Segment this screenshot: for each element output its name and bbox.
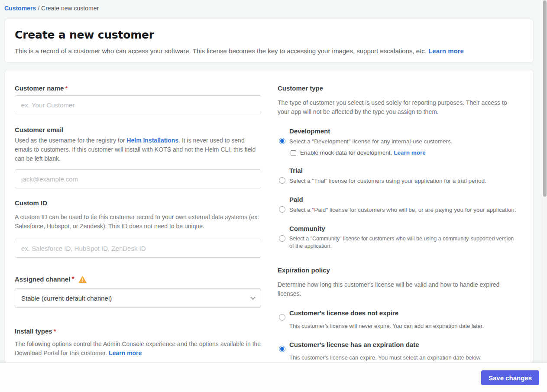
assigned-channel-select[interactable]: Stable (current default channel) bbox=[15, 288, 261, 308]
customer-type-heading: Customer type bbox=[278, 84, 518, 93]
expiration-policy-heading: Expiration policy bbox=[278, 266, 518, 275]
required-asterisk: * bbox=[54, 327, 56, 335]
no-expire-option-description: This customer's license will never expir… bbox=[289, 322, 518, 330]
customer-type-description: The type of customer you select is used … bbox=[278, 98, 518, 117]
mock-data-label: Enable mock data for development. Learn … bbox=[300, 149, 426, 157]
has-expiration-option-title: Customer's license has an expiration dat… bbox=[289, 340, 419, 349]
assigned-channel-select-wrap: Stable (current default channel) bbox=[15, 288, 261, 308]
customer-name-label-text: Customer name bbox=[15, 84, 64, 92]
assigned-channel-label-row: Assigned channel* bbox=[15, 275, 261, 284]
required-asterisk: * bbox=[65, 84, 68, 92]
page-title: Create a new customer bbox=[15, 29, 523, 42]
mock-data-row: Enable mock data for development. Learn … bbox=[291, 149, 518, 157]
expiration-option-has-date: Customer's license has an expiration dat… bbox=[278, 340, 518, 362]
page-header-card: Create a new customer This is a record o… bbox=[4, 19, 534, 63]
warning-icon bbox=[78, 276, 87, 283]
breadcrumb-current: Create new customer bbox=[41, 5, 99, 12]
customer-name-input[interactable] bbox=[15, 95, 261, 114]
helm-installations-link[interactable]: Helm Installations bbox=[126, 137, 178, 144]
development-option-description: Select a "Development" license for any i… bbox=[289, 138, 453, 146]
custom-id-input[interactable] bbox=[15, 239, 261, 258]
custom-id-label: Custom ID bbox=[15, 199, 261, 207]
customer-email-input[interactable] bbox=[15, 169, 261, 188]
scrollbar-track[interactable] bbox=[542, 0, 547, 363]
customer-type-option-trial: Trial Select a "Trial" license for custo… bbox=[278, 166, 518, 185]
paid-radio[interactable] bbox=[279, 206, 285, 213]
scrollbar-thumb[interactable] bbox=[543, 0, 547, 197]
install-types-learn-more-link[interactable]: Learn more bbox=[109, 350, 142, 356]
assigned-channel-label: Assigned channel bbox=[15, 275, 70, 284]
page-description: This is a record of a customer who can a… bbox=[15, 47, 523, 55]
paid-option-description: Select a "Paid" license for customers wh… bbox=[289, 206, 516, 214]
customer-type-option-community: Community Select a "Community" license f… bbox=[278, 224, 518, 250]
save-changes-button[interactable]: Save changes bbox=[481, 370, 539, 385]
install-types-description: The following options control the Admin … bbox=[15, 340, 261, 358]
breadcrumb: Customers/Create new customer bbox=[0, 0, 542, 12]
community-radio[interactable] bbox=[279, 235, 285, 242]
trial-radio[interactable] bbox=[279, 177, 285, 184]
trial-option-description: Select a "Trial" license for customers u… bbox=[289, 177, 486, 185]
customer-type-option-development: Development Select a "Development" licen… bbox=[278, 127, 518, 157]
install-types-label: Install types* bbox=[15, 327, 261, 336]
customer-type-option-paid: Paid Select a "Paid" license for custome… bbox=[278, 195, 518, 214]
customer-name-label: Customer name* bbox=[15, 84, 261, 93]
email-desc-before: Used as the username for the registry fo… bbox=[15, 137, 126, 144]
page-scroll-area: Customers/Create new customer Create a n… bbox=[0, 0, 542, 363]
customer-email-description: Used as the username for the registry fo… bbox=[15, 136, 261, 163]
expiration-policy-description: Determine how long this customer's licen… bbox=[278, 280, 518, 298]
customer-email-label: Customer email bbox=[15, 126, 261, 134]
required-asterisk: * bbox=[71, 275, 74, 283]
trial-option-title: Trial bbox=[289, 166, 518, 175]
mock-data-checkbox[interactable] bbox=[291, 150, 296, 156]
development-option-title: Development bbox=[289, 127, 518, 136]
breadcrumb-customers-link[interactable]: Customers bbox=[4, 5, 36, 12]
customer-form-card: Customer name* Customer email Used as th… bbox=[4, 70, 534, 363]
install-types-label-text: Install types bbox=[15, 327, 52, 335]
community-option-title: Community bbox=[289, 224, 518, 233]
expiration-option-no-expire: Customer's license does not expire This … bbox=[278, 309, 518, 330]
page-description-text: This is a record of a customer who can a… bbox=[15, 47, 427, 55]
form-left-column: Customer name* Customer email Used as th… bbox=[15, 81, 261, 358]
footer-bar: Save changes bbox=[0, 363, 547, 392]
form-right-column: Customer type The type of customer you s… bbox=[278, 81, 518, 362]
header-learn-more-link[interactable]: Learn more bbox=[428, 47, 464, 55]
has-expiration-option-description: This customer's license can expire. You … bbox=[289, 354, 518, 362]
no-expire-option-title: Customer's license does not expire bbox=[289, 309, 398, 317]
community-option-description: Select a "Community" license for custome… bbox=[289, 235, 518, 250]
breadcrumb-separator: / bbox=[38, 5, 39, 12]
paid-option-title: Paid bbox=[289, 195, 518, 204]
has-expiration-radio[interactable] bbox=[279, 346, 285, 352]
custom-id-description: A custom ID can be used to tie this cust… bbox=[15, 213, 261, 231]
mock-data-learn-more-link[interactable]: Learn more bbox=[394, 149, 426, 156]
no-expire-radio[interactable] bbox=[279, 314, 285, 321]
development-radio[interactable] bbox=[279, 138, 285, 144]
mock-data-label-text: Enable mock data for development. bbox=[300, 149, 394, 156]
